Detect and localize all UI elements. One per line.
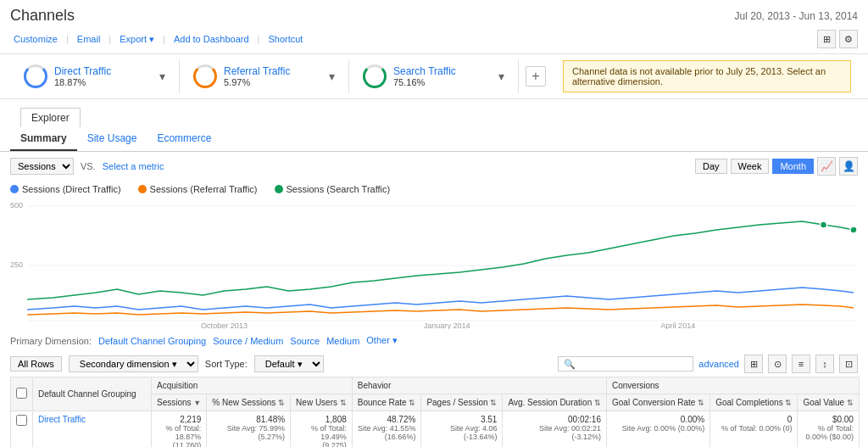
svg-point-8 — [850, 226, 857, 233]
acquisition-header: Acquisition — [152, 377, 353, 394]
primary-dim-label: Primary Dimension: — [10, 336, 92, 346]
metrics-row: Sessions VS. Select a metric Day Week Mo… — [0, 152, 868, 181]
legend-dot-referral — [138, 185, 147, 193]
select-metric-link[interactable]: Select a metric — [103, 161, 164, 171]
goal-conv-col-header[interactable]: Goal Conversion Rate ⇅ — [606, 394, 709, 411]
toolbar: Customize | Email | Export ▾ | Add to Da… — [0, 28, 868, 53]
default-channel-grouping-link[interactable]: Default Channel Grouping — [98, 336, 206, 346]
new-users-sort-icon: ⇅ — [340, 399, 347, 407]
settings-icon[interactable]: ⚙ — [839, 30, 858, 48]
select-all-checkbox[interactable] — [11, 377, 33, 411]
goal-comp-col-header[interactable]: Goal Completions ⇅ — [710, 394, 798, 411]
row-new-users-0: 1,808% of Total: 19.49% (9,275) — [291, 411, 353, 448]
email-button[interactable]: Email — [74, 32, 104, 46]
bounce-rate-col-header[interactable]: Bounce Rate ⇅ — [352, 394, 421, 411]
direct-traffic-name[interactable]: Direct Traffic — [54, 65, 111, 77]
explorer-tab[interactable]: Explorer — [20, 108, 81, 127]
tab-site-usage[interactable]: Site Usage — [77, 127, 147, 151]
legend-dot-search — [275, 185, 283, 193]
sub-tabs: Summary Site Usage Ecommerce — [0, 127, 868, 152]
primary-dimension: Primary Dimension: Default Channel Group… — [0, 330, 868, 351]
avg-session-col-header[interactable]: Avg. Session Duration ⇅ — [503, 394, 607, 411]
referral-traffic-channel: Referral Traffic 5.97% ▾ — [180, 59, 349, 93]
pages-sort-icon: ⇅ — [490, 399, 497, 407]
all-rows-button[interactable]: All Rows — [10, 356, 62, 372]
sessions-col-header[interactable]: Sessions ▼ — [152, 394, 207, 411]
customize-button[interactable]: Customize — [10, 32, 61, 46]
channel-grouping-header[interactable]: Default Channel Grouping — [33, 377, 152, 411]
week-button[interactable]: Week — [731, 159, 770, 174]
day-button[interactable]: Day — [695, 159, 727, 174]
line-chart-icon[interactable]: 📈 — [817, 157, 836, 176]
sort-type-label: Sort Type: — [205, 359, 248, 369]
export-button[interactable]: Export ▾ — [116, 32, 158, 47]
table-search-input[interactable] — [558, 356, 693, 372]
svg-text:250: 250 — [10, 260, 23, 269]
table-grid-icon[interactable]: ⊞ — [744, 355, 763, 373]
explorer-section: Explorer — [0, 99, 868, 127]
sort-type-select[interactable]: Default ▾ — [254, 355, 324, 372]
row-new-sessions-pct-0: 81.48%Site Avg: 75.99% (5.27%) — [207, 411, 291, 448]
source-link[interactable]: Source — [290, 336, 320, 346]
row-avg-session-0: 00:02:16Site Avg: 00:02:21 (-3.12%) — [503, 411, 607, 448]
search-traffic-channel: Search Traffic 75.16% ▾ — [349, 59, 519, 93]
legend-referral: Sessions (Referral Traffic) — [138, 184, 258, 194]
goal-value-col-header[interactable]: Goal Value ⇅ — [798, 394, 860, 411]
data-table: Default Channel Grouping Acquisition Beh… — [10, 377, 860, 447]
tab-ecommerce[interactable]: Ecommerce — [147, 127, 221, 151]
other-link[interactable]: Other ▾ — [366, 335, 398, 346]
add-channel-button[interactable]: + — [526, 66, 546, 87]
row-pages-0: 3.51Site Avg: 4.06 (-13.64%) — [421, 411, 503, 448]
row-name-0: Direct Traffic — [33, 411, 152, 448]
row-checkbox-0[interactable] — [11, 411, 33, 448]
new-sessions-col-header[interactable]: % New Sessions ⇅ — [207, 394, 291, 411]
table-pivot-icon[interactable]: ↕ — [815, 355, 834, 373]
svg-text:500: 500 — [10, 201, 23, 210]
new-users-col-header[interactable]: New Users ⇅ — [291, 394, 353, 411]
table-compare-icon[interactable]: ⊡ — [839, 355, 858, 373]
row-link-0[interactable]: Direct Traffic — [38, 415, 86, 424]
source-medium-link[interactable]: Source / Medium — [213, 336, 283, 346]
legend-direct: Sessions (Direct Traffic) — [10, 184, 121, 194]
row-goal-val-0: $0.00% of Total: 0.00% ($0.00) — [798, 411, 860, 448]
direct-dropdown-icon[interactable]: ▾ — [159, 70, 165, 83]
secondary-dimension-select[interactable]: Secondary dimension ▾ — [69, 355, 198, 372]
referral-traffic-pct: 5.97% — [224, 77, 290, 87]
search-traffic-name[interactable]: Search Traffic — [393, 65, 456, 77]
sessions-sort-arrow: ▼ — [193, 399, 201, 407]
table-row: Direct Traffic 2,219% of Total: 18.87% (… — [11, 411, 860, 448]
date-range: Jul 20, 2013 - Jun 13, 2014 — [735, 10, 858, 22]
direct-traffic-pct: 18.87% — [54, 77, 111, 87]
tab-summary[interactable]: Summary — [10, 127, 77, 151]
shortcut-button[interactable]: Shortcut — [264, 32, 306, 46]
pages-col-header[interactable]: Pages / Session ⇅ — [421, 394, 503, 411]
line-chart: 500 250 October 2013 January 2014 April … — [10, 198, 858, 329]
row-sessions-0: 2,219% of Total: 18.87% (11,760) — [152, 411, 207, 448]
svg-text:January 2014: January 2014 — [424, 321, 470, 329]
table-list-icon[interactable]: ≡ — [792, 355, 810, 373]
page-header: Channels Jul 20, 2013 - Jun 13, 2014 — [0, 0, 868, 28]
grid-view-icon[interactable]: ⊞ — [817, 30, 836, 48]
conversions-header: Conversions — [606, 377, 859, 394]
referral-dropdown-icon[interactable]: ▾ — [329, 70, 335, 83]
svg-point-9 — [821, 221, 827, 228]
row-goal-conv-0: 0.00%Site Avg: 0.00% (0.00%) — [606, 411, 709, 448]
legend-search: Sessions (Search Traffic) — [275, 184, 391, 194]
primary-metric-select[interactable]: Sessions — [10, 158, 74, 175]
month-button[interactable]: Month — [772, 159, 814, 174]
table-network-icon[interactable]: ⊙ — [768, 355, 787, 373]
behavior-header: Behavior — [352, 377, 606, 394]
legend-label-referral: Sessions (Referral Traffic) — [150, 184, 258, 194]
add-to-dashboard-button[interactable]: Add to Dashboard — [170, 32, 253, 46]
search-dropdown-icon[interactable]: ▾ — [498, 70, 504, 83]
medium-link[interactable]: Medium — [326, 336, 359, 346]
referral-traffic-name[interactable]: Referral Traffic — [224, 65, 290, 77]
bar-chart-icon[interactable]: 👤 — [839, 157, 858, 176]
svg-text:April 2014: April 2014 — [660, 321, 695, 329]
bounce-sort-icon: ⇅ — [409, 399, 415, 407]
page-title: Channels — [10, 7, 75, 25]
advanced-link[interactable]: advanced — [698, 359, 739, 369]
chart-area: 500 250 October 2013 January 2014 April … — [0, 194, 868, 330]
goal-value-sort-icon: ⇅ — [847, 399, 854, 407]
goal-conv-sort-icon: ⇅ — [698, 399, 704, 407]
